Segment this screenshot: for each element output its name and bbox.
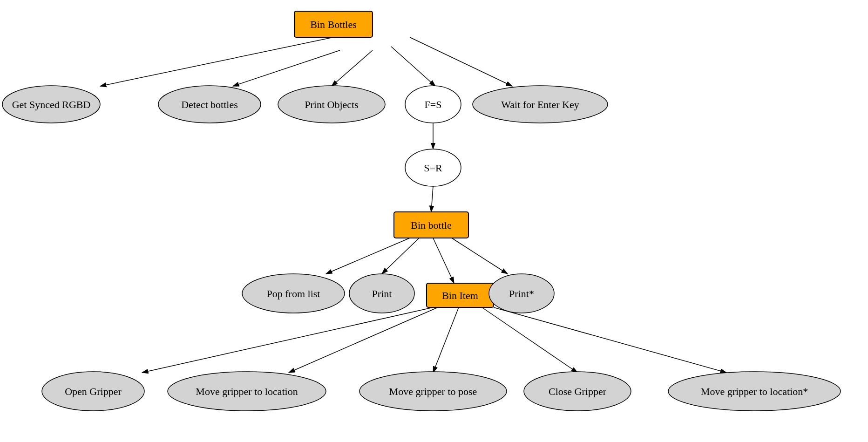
svg-line-2 — [233, 50, 340, 86]
svg-line-12 — [142, 307, 433, 373]
wait-for-enter-label: Wait for Enter Key — [501, 99, 579, 110]
close-gripper-label: Close Gripper — [549, 386, 607, 397]
svg-line-14 — [433, 307, 459, 373]
svg-line-9 — [382, 238, 419, 274]
svg-line-7 — [431, 186, 433, 212]
move-gripper-loc-star-label: Move gripper to location* — [701, 386, 808, 397]
svg-line-1 — [100, 37, 333, 86]
print-objects-label: Print Objects — [305, 99, 359, 110]
bin-bottles-label: Bin Bottles — [310, 19, 357, 30]
svg-line-5 — [410, 37, 512, 86]
detect-bottles-label: Detect bottles — [181, 99, 238, 110]
svg-line-8 — [326, 238, 410, 274]
open-gripper-label: Open Gripper — [65, 386, 122, 397]
svg-line-13 — [289, 307, 438, 373]
svg-line-10 — [433, 238, 454, 283]
bin-item-label: Bin Item — [442, 290, 478, 301]
get-synced-rgbd-label: Get Synced RGBD — [12, 99, 91, 110]
svg-line-11 — [452, 238, 508, 274]
behavior-tree-diagram: Bin Bottles Get Synced RGBD Detect bottl… — [0, 0, 868, 442]
move-gripper-loc-label: Move gripper to location — [196, 386, 298, 397]
print-star-label: Print* — [509, 288, 534, 299]
f-equals-s-label: F=S — [425, 99, 442, 110]
svg-line-4 — [391, 47, 435, 86]
pop-from-list-label: Pop from list — [267, 288, 320, 299]
svg-line-16 — [494, 307, 726, 373]
bin-bottle-label: Bin bottle — [411, 219, 451, 231]
svg-line-3 — [332, 50, 373, 86]
s-equals-r-label: S=R — [424, 162, 442, 174]
move-gripper-pose-label: Move gripper to pose — [389, 386, 477, 397]
print-label: Print — [372, 288, 392, 299]
